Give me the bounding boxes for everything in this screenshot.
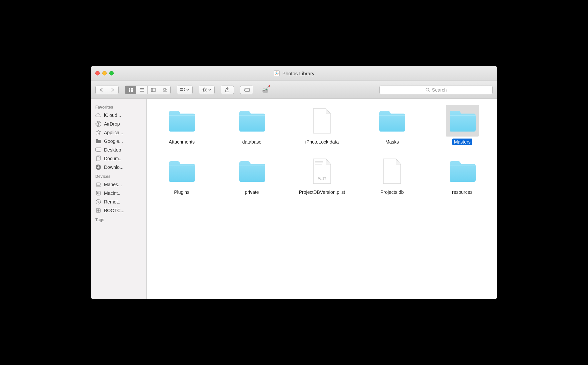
svg-point-55 bbox=[98, 210, 99, 211]
window-title-text: Photos Library bbox=[282, 71, 315, 76]
airdrop-icon bbox=[95, 121, 101, 127]
svg-rect-4 bbox=[129, 90, 130, 92]
svg-rect-9 bbox=[151, 88, 155, 92]
svg-text:PLIST: PLIST bbox=[318, 177, 326, 180]
sidebar-item-laptop[interactable]: Mahes... bbox=[91, 180, 146, 189]
file-item[interactable]: database bbox=[220, 105, 283, 145]
file-label: Attachments bbox=[167, 139, 196, 145]
list-view-button[interactable] bbox=[136, 86, 148, 94]
file-item[interactable]: Masks bbox=[360, 105, 424, 145]
folder-icon bbox=[235, 105, 269, 137]
back-button[interactable] bbox=[96, 86, 107, 94]
svg-point-22 bbox=[204, 89, 206, 91]
share-icon bbox=[225, 87, 230, 93]
forward-button[interactable] bbox=[107, 86, 118, 94]
svg-line-39 bbox=[428, 91, 430, 92]
file-label: Plugins bbox=[172, 189, 191, 195]
file-label: database bbox=[241, 139, 263, 145]
search-field[interactable]: Search bbox=[379, 86, 493, 94]
file-item[interactable]: iPhotoLock.data bbox=[290, 105, 354, 145]
apps-icon bbox=[95, 130, 101, 136]
svg-rect-18 bbox=[184, 88, 185, 89]
folder-icon bbox=[235, 155, 269, 187]
sidebar-header: Favorites bbox=[91, 102, 146, 111]
file-item[interactable]: PLISTProjectDBVersion.plist bbox=[290, 155, 354, 195]
sidebar-item-airdrop[interactable]: AirDrop bbox=[91, 120, 146, 128]
desktop-icon bbox=[95, 147, 101, 153]
maximize-button[interactable] bbox=[109, 71, 114, 76]
sidebar-section-devices: Devices Mahes... Macint... Remot... BOOT… bbox=[91, 172, 146, 215]
file-item[interactable]: Attachments bbox=[150, 105, 213, 145]
svg-point-35 bbox=[264, 89, 265, 90]
svg-rect-17 bbox=[182, 88, 183, 89]
sidebar-item-remote-disc[interactable]: Remot... bbox=[91, 197, 146, 206]
sidebar-item-applications[interactable]: Applica... bbox=[91, 128, 146, 137]
file-label: Projects.db bbox=[379, 189, 405, 195]
folder-icon bbox=[165, 105, 198, 137]
svg-line-29 bbox=[203, 91, 203, 91]
sidebar-item-bootcamp[interactable]: BOOTC... bbox=[91, 206, 146, 215]
folder-icon bbox=[446, 105, 479, 137]
svg-line-28 bbox=[206, 91, 206, 91]
search-icon bbox=[425, 88, 430, 92]
folder-icon bbox=[165, 155, 198, 187]
file-icon bbox=[375, 155, 409, 187]
view-mode-buttons bbox=[125, 86, 171, 94]
file-label: Masters bbox=[452, 139, 472, 145]
chevron-down-icon bbox=[208, 89, 211, 91]
download-icon bbox=[95, 164, 101, 170]
sidebar-item-macintosh-hd[interactable]: Macint... bbox=[91, 189, 146, 197]
chevron-down-icon bbox=[186, 89, 189, 91]
file-label: Masks bbox=[384, 139, 400, 145]
svg-rect-5 bbox=[131, 90, 133, 92]
documents-icon bbox=[95, 156, 101, 162]
photos-app-icon bbox=[274, 70, 280, 76]
coverflow-view-button[interactable] bbox=[159, 86, 170, 94]
minimize-button[interactable] bbox=[102, 71, 107, 76]
file-item[interactable]: private bbox=[220, 155, 283, 195]
file-label: private bbox=[243, 189, 261, 195]
svg-rect-2 bbox=[129, 88, 130, 90]
svg-point-50 bbox=[98, 193, 99, 193]
close-button[interactable] bbox=[95, 71, 100, 76]
svg-rect-20 bbox=[182, 90, 183, 91]
svg-point-51 bbox=[96, 199, 101, 204]
svg-line-30 bbox=[206, 88, 206, 89]
tag-icon bbox=[244, 88, 250, 92]
action-button[interactable] bbox=[199, 86, 215, 94]
svg-rect-19 bbox=[180, 90, 182, 91]
optical-icon bbox=[95, 199, 101, 205]
tags-button[interactable] bbox=[240, 86, 253, 94]
arrange-button[interactable] bbox=[177, 86, 193, 94]
file-item[interactable]: Masters bbox=[431, 105, 494, 145]
automator-icon[interactable] bbox=[259, 85, 271, 95]
svg-rect-16 bbox=[180, 88, 182, 89]
sidebar-section-favorites: Favorites iCloud... AirDrop Applica... G… bbox=[91, 102, 146, 172]
svg-point-38 bbox=[426, 88, 429, 91]
file-item[interactable]: resources bbox=[431, 155, 494, 195]
icon-view-button[interactable] bbox=[125, 86, 136, 94]
sidebar-item-google[interactable]: Google... bbox=[91, 137, 146, 146]
hdd-icon bbox=[95, 207, 101, 213]
svg-rect-43 bbox=[96, 148, 101, 151]
file-grid[interactable]: AttachmentsdatabaseiPhotoLock.dataMasksM… bbox=[147, 99, 497, 299]
file-label: ProjectDBVersion.plist bbox=[297, 189, 347, 195]
file-item[interactable]: Projects.db bbox=[360, 155, 424, 195]
svg-line-27 bbox=[203, 88, 203, 89]
sidebar-item-icloud[interactable]: iCloud... bbox=[91, 111, 146, 120]
file-item[interactable]: Plugins bbox=[150, 155, 213, 195]
svg-point-31 bbox=[245, 90, 246, 90]
column-view-button[interactable] bbox=[148, 86, 159, 94]
sidebar-item-desktop[interactable]: Desktop bbox=[91, 146, 146, 154]
sidebar-item-documents[interactable]: Docum... bbox=[91, 154, 146, 163]
file-icon bbox=[305, 105, 339, 137]
file-icon: PLIST bbox=[305, 155, 339, 187]
share-button[interactable] bbox=[221, 86, 234, 94]
search-placeholder: Search bbox=[432, 87, 447, 93]
folder-icon bbox=[375, 105, 409, 137]
sidebar-header: Tags bbox=[91, 215, 146, 223]
sidebar-item-downloads[interactable]: Downlo... bbox=[91, 163, 146, 172]
nav-buttons bbox=[95, 86, 119, 94]
svg-point-36 bbox=[266, 89, 267, 90]
svg-rect-46 bbox=[96, 183, 100, 185]
